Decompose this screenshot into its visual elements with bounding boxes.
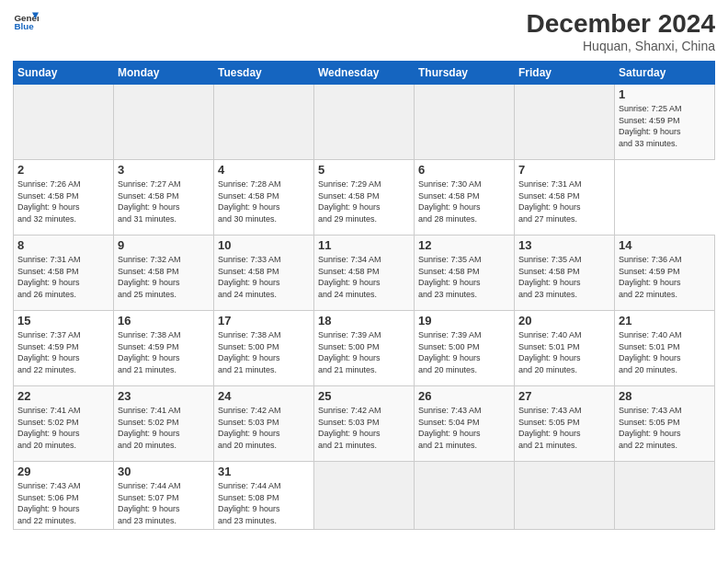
month-title: December 2024 bbox=[527, 9, 715, 39]
day-info: Sunrise: 7:41 AM Sunset: 5:02 PM Dayligh… bbox=[17, 405, 109, 451]
table-row: 17Sunrise: 7:38 AM Sunset: 5:00 PM Dayli… bbox=[214, 311, 314, 386]
day-number: 10 bbox=[218, 238, 310, 252]
day-info: Sunrise: 7:44 AM Sunset: 5:08 PM Dayligh… bbox=[218, 480, 310, 526]
day-info: Sunrise: 7:32 AM Sunset: 4:58 PM Dayligh… bbox=[118, 254, 210, 300]
table-row bbox=[515, 85, 615, 160]
table-row: 6Sunrise: 7:30 AM Sunset: 4:58 PM Daylig… bbox=[415, 160, 515, 236]
table-row bbox=[415, 85, 515, 160]
day-number: 8 bbox=[17, 238, 109, 252]
day-info: Sunrise: 7:35 AM Sunset: 4:58 PM Dayligh… bbox=[518, 254, 610, 300]
day-number: 15 bbox=[17, 314, 109, 327]
day-info: Sunrise: 7:43 AM Sunset: 5:06 PM Dayligh… bbox=[17, 480, 109, 526]
day-info: Sunrise: 7:37 AM Sunset: 4:59 PM Dayligh… bbox=[17, 329, 109, 375]
day-info: Sunrise: 7:43 AM Sunset: 5:04 PM Dayligh… bbox=[418, 405, 510, 451]
table-row bbox=[114, 85, 214, 160]
table-row: 13Sunrise: 7:35 AM Sunset: 4:58 PM Dayli… bbox=[515, 236, 615, 311]
table-row: 21Sunrise: 7:40 AM Sunset: 5:01 PM Dayli… bbox=[615, 311, 715, 386]
day-number: 17 bbox=[218, 314, 310, 327]
title-block: December 2024 Huquan, Shanxi, China bbox=[527, 9, 715, 53]
page-header: General Blue December 2024 Huquan, Shanx… bbox=[13, 9, 715, 53]
table-row: 25Sunrise: 7:42 AM Sunset: 5:03 PM Dayli… bbox=[314, 386, 415, 462]
logo: General Blue bbox=[13, 9, 39, 35]
table-row bbox=[615, 462, 715, 530]
day-number: 14 bbox=[619, 238, 711, 252]
day-number: 20 bbox=[518, 314, 610, 327]
day-number: 4 bbox=[218, 163, 310, 177]
day-number: 30 bbox=[118, 465, 210, 478]
day-info: Sunrise: 7:40 AM Sunset: 5:01 PM Dayligh… bbox=[619, 329, 711, 375]
table-row: 18Sunrise: 7:39 AM Sunset: 5:00 PM Dayli… bbox=[314, 311, 415, 386]
day-info: Sunrise: 7:35 AM Sunset: 4:58 PM Dayligh… bbox=[418, 254, 510, 300]
table-row: 28Sunrise: 7:43 AM Sunset: 5:05 PM Dayli… bbox=[615, 386, 715, 462]
day-number: 24 bbox=[218, 389, 310, 403]
table-row bbox=[515, 462, 615, 530]
day-number: 6 bbox=[418, 163, 510, 177]
day-info: Sunrise: 7:25 AM Sunset: 4:59 PM Dayligh… bbox=[619, 103, 711, 149]
table-row bbox=[314, 85, 415, 160]
table-row: 23Sunrise: 7:41 AM Sunset: 5:02 PM Dayli… bbox=[114, 386, 214, 462]
table-row bbox=[14, 85, 114, 160]
day-number: 27 bbox=[518, 389, 610, 403]
day-info: Sunrise: 7:33 AM Sunset: 4:58 PM Dayligh… bbox=[218, 254, 310, 300]
svg-text:Blue: Blue bbox=[14, 21, 34, 31]
day-info: Sunrise: 7:43 AM Sunset: 5:05 PM Dayligh… bbox=[619, 405, 711, 451]
day-number: 22 bbox=[17, 389, 109, 403]
table-row: 26Sunrise: 7:43 AM Sunset: 5:04 PM Dayli… bbox=[415, 386, 515, 462]
table-row: 24Sunrise: 7:42 AM Sunset: 5:03 PM Dayli… bbox=[214, 386, 314, 462]
day-info: Sunrise: 7:27 AM Sunset: 4:58 PM Dayligh… bbox=[118, 178, 210, 224]
day-info: Sunrise: 7:39 AM Sunset: 5:00 PM Dayligh… bbox=[418, 329, 510, 375]
table-row: 1Sunrise: 7:25 AM Sunset: 4:59 PM Daylig… bbox=[615, 85, 715, 160]
table-row: 3Sunrise: 7:27 AM Sunset: 4:58 PM Daylig… bbox=[114, 160, 214, 236]
table-row: 4Sunrise: 7:28 AM Sunset: 4:58 PM Daylig… bbox=[214, 160, 314, 236]
day-number: 21 bbox=[619, 314, 711, 327]
table-row: 31Sunrise: 7:44 AM Sunset: 5:08 PM Dayli… bbox=[214, 462, 314, 530]
day-number: 31 bbox=[218, 465, 310, 478]
day-info: Sunrise: 7:29 AM Sunset: 4:58 PM Dayligh… bbox=[318, 178, 410, 224]
calendar-table: Sunday Monday Tuesday Wednesday Thursday… bbox=[13, 61, 715, 530]
table-row: 15Sunrise: 7:37 AM Sunset: 4:59 PM Dayli… bbox=[14, 311, 114, 386]
day-number: 3 bbox=[118, 163, 210, 177]
table-row: 9Sunrise: 7:32 AM Sunset: 4:58 PM Daylig… bbox=[114, 236, 214, 311]
day-info: Sunrise: 7:26 AM Sunset: 4:58 PM Dayligh… bbox=[17, 178, 109, 224]
logo-icon: General Blue bbox=[13, 9, 39, 35]
location: Huquan, Shanxi, China bbox=[527, 39, 715, 53]
day-info: Sunrise: 7:28 AM Sunset: 4:58 PM Dayligh… bbox=[218, 178, 310, 224]
day-number: 1 bbox=[619, 87, 711, 101]
table-row: 30Sunrise: 7:44 AM Sunset: 5:07 PM Dayli… bbox=[114, 462, 214, 530]
table-row: 5Sunrise: 7:29 AM Sunset: 4:58 PM Daylig… bbox=[314, 160, 415, 236]
table-row bbox=[314, 462, 415, 530]
table-row: 12Sunrise: 7:35 AM Sunset: 4:58 PM Dayli… bbox=[415, 236, 515, 311]
day-number: 16 bbox=[118, 314, 210, 327]
table-row: 29Sunrise: 7:43 AM Sunset: 5:06 PM Dayli… bbox=[14, 462, 114, 530]
day-number: 23 bbox=[118, 389, 210, 403]
day-info: Sunrise: 7:39 AM Sunset: 5:00 PM Dayligh… bbox=[318, 329, 410, 375]
table-row: 16Sunrise: 7:38 AM Sunset: 4:59 PM Dayli… bbox=[114, 311, 214, 386]
day-info: Sunrise: 7:44 AM Sunset: 5:07 PM Dayligh… bbox=[118, 480, 210, 526]
day-info: Sunrise: 7:36 AM Sunset: 4:59 PM Dayligh… bbox=[619, 254, 711, 300]
table-row: 19Sunrise: 7:39 AM Sunset: 5:00 PM Dayli… bbox=[415, 311, 515, 386]
day-info: Sunrise: 7:38 AM Sunset: 4:59 PM Dayligh… bbox=[118, 329, 210, 375]
day-number: 11 bbox=[318, 238, 410, 252]
day-info: Sunrise: 7:30 AM Sunset: 4:58 PM Dayligh… bbox=[418, 178, 510, 224]
header-sunday: Sunday bbox=[14, 62, 114, 85]
header-saturday: Saturday bbox=[615, 62, 715, 85]
header-thursday: Thursday bbox=[415, 62, 515, 85]
day-number: 13 bbox=[518, 238, 610, 252]
table-row: 2Sunrise: 7:26 AM Sunset: 4:58 PM Daylig… bbox=[14, 160, 114, 236]
day-number: 9 bbox=[118, 238, 210, 252]
day-info: Sunrise: 7:43 AM Sunset: 5:05 PM Dayligh… bbox=[518, 405, 610, 451]
day-info: Sunrise: 7:40 AM Sunset: 5:01 PM Dayligh… bbox=[518, 329, 610, 375]
calendar-header-row: Sunday Monday Tuesday Wednesday Thursday… bbox=[14, 62, 715, 85]
day-number: 26 bbox=[418, 389, 510, 403]
header-wednesday: Wednesday bbox=[314, 62, 415, 85]
table-row: 10Sunrise: 7:33 AM Sunset: 4:58 PM Dayli… bbox=[214, 236, 314, 311]
header-monday: Monday bbox=[114, 62, 214, 85]
day-number: 28 bbox=[619, 389, 711, 403]
day-number: 12 bbox=[418, 238, 510, 252]
header-friday: Friday bbox=[515, 62, 615, 85]
table-row: 22Sunrise: 7:41 AM Sunset: 5:02 PM Dayli… bbox=[14, 386, 114, 462]
day-number: 29 bbox=[17, 465, 109, 478]
day-info: Sunrise: 7:34 AM Sunset: 4:58 PM Dayligh… bbox=[318, 254, 410, 300]
day-number: 25 bbox=[318, 389, 410, 403]
day-number: 5 bbox=[318, 163, 410, 177]
